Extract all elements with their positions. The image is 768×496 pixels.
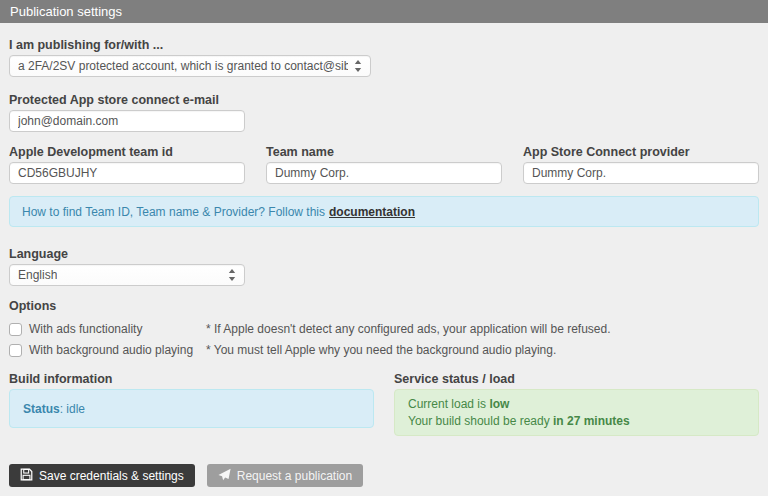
select-updown-arrows-icon (228, 269, 236, 281)
request-publication-button[interactable]: Request a publication (207, 464, 363, 487)
save-button-label: Save credentials & settings (39, 469, 184, 483)
ads-note: * If Apple doesn't detect any configured… (206, 322, 611, 337)
action-buttons: Save credentials & settings Request a pu… (9, 464, 759, 487)
team-id-label: Apple Development team id (9, 145, 245, 160)
page-header: Publication settings (0, 0, 768, 23)
options-label: Options (9, 299, 759, 314)
background-audio-checkbox[interactable] (9, 344, 22, 357)
save-icon (20, 468, 33, 484)
background-audio-option[interactable]: With background audio playing (9, 343, 206, 358)
build-ready-text: Your build should be ready in 27 minutes (408, 413, 745, 430)
service-status-label: Service status / load (394, 372, 759, 387)
language-select-value: English (18, 268, 57, 282)
email-label: Protected App store connect e-mail (9, 93, 759, 108)
help-info-banner: How to find Team ID, Team name & Provide… (9, 196, 759, 227)
with-ads-option[interactable]: With ads functionality (9, 322, 206, 337)
email-field[interactable] (9, 110, 245, 132)
team-name-label: Team name (266, 145, 502, 160)
team-fields-row: Apple Development team id Team name App … (9, 145, 759, 184)
option-row-audio: With background audio playing * You must… (9, 343, 759, 358)
request-button-label: Request a publication (237, 469, 352, 483)
select-updown-arrows-icon (354, 60, 362, 72)
help-info-text: How to find Team ID, Team name & Provide… (22, 205, 325, 219)
option-row-ads: With ads functionality * If Apple doesn'… (9, 322, 759, 337)
build-status-box: Status: idle (9, 389, 374, 428)
provider-field[interactable] (523, 162, 759, 184)
background-audio-note: * You must tell Apple why you need the b… (206, 343, 556, 358)
language-select[interactable]: English (9, 264, 245, 286)
publishing-select[interactable]: a 2FA/2SV protected account, which is gr… (9, 55, 371, 77)
publishing-label: I am publishing for/with ... (9, 38, 759, 53)
language-label: Language (9, 247, 759, 262)
team-id-field[interactable] (9, 162, 245, 184)
service-load-box: Current load is low Your build should be… (394, 389, 759, 436)
publishing-select-value: a 2FA/2SV protected account, which is gr… (18, 59, 348, 73)
build-status-text: Status: idle (23, 402, 85, 416)
save-credentials-button[interactable]: Save credentials & settings (9, 464, 195, 487)
ads-checkbox[interactable] (9, 323, 22, 336)
provider-label: App Store Connect provider (523, 145, 759, 160)
build-information-label: Build information (9, 372, 374, 387)
ads-checkbox-label: With ads functionality (29, 322, 142, 337)
paper-plane-icon (218, 468, 231, 484)
team-name-field[interactable] (266, 162, 502, 184)
background-audio-checkbox-label: With background audio playing (29, 343, 193, 358)
current-load-text: Current load is low (408, 396, 745, 413)
page-title: Publication settings (10, 4, 122, 19)
publication-settings-form: I am publishing for/with ... a 2FA/2SV p… (0, 38, 768, 487)
documentation-link[interactable]: documentation (329, 205, 415, 219)
status-section: Build information Status: idle Service s… (9, 372, 759, 436)
